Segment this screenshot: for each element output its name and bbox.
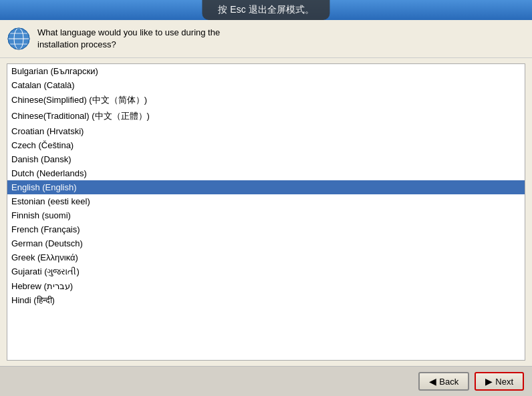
- list-item[interactable]: Chinese(Traditional) (中文（正體）): [7, 108, 525, 124]
- language-icon: [7, 27, 31, 51]
- list-item[interactable]: Catalan (Català): [7, 78, 525, 92]
- button-bar: ◀ Back ▶ Next: [0, 366, 532, 396]
- list-item[interactable]: Croatian (Hrvatski): [7, 124, 525, 138]
- header-question: What language would you like to use duri…: [37, 27, 220, 51]
- list-item[interactable]: Gujarati (ગુજરાતી): [7, 264, 525, 279]
- fullscreen-text: 按 Esc 退出全屏模式。: [218, 4, 313, 15]
- list-item[interactable]: Hindi (हिन्दी): [7, 293, 525, 308]
- list-item[interactable]: Greek (Ελληνικά): [7, 250, 525, 264]
- list-item[interactable]: Bulgarian (Български): [7, 64, 525, 78]
- list-item[interactable]: French (Français): [7, 222, 525, 236]
- list-item[interactable]: Hebrew (עברית): [7, 279, 525, 293]
- next-button[interactable]: ▶ Next: [475, 372, 524, 391]
- fullscreen-notification: 按 Esc 退出全屏模式。: [202, 0, 329, 20]
- list-item[interactable]: Chinese(Simplified) (中文（简体）): [7, 92, 525, 108]
- list-item[interactable]: Dutch (Nederlands): [7, 166, 525, 180]
- installer-window: What language would you like to use duri…: [0, 20, 532, 396]
- next-icon: ▶: [485, 376, 493, 387]
- back-button[interactable]: ◀ Back: [418, 372, 469, 391]
- back-icon: ◀: [429, 376, 436, 387]
- list-item[interactable]: Czech (Čeština): [7, 138, 525, 152]
- list-item[interactable]: English (English): [7, 180, 525, 194]
- list-item[interactable]: Estonian (eesti keel): [7, 194, 525, 208]
- list-item[interactable]: German (Deutsch): [7, 236, 525, 250]
- list-item[interactable]: Finnish (suomi): [7, 208, 525, 222]
- installer-header: What language would you like to use duri…: [0, 20, 532, 58]
- next-label: Next: [495, 377, 513, 387]
- language-list-container[interactable]: Bulgarian (Български)Catalan (Català)Chi…: [7, 63, 525, 361]
- list-item[interactable]: Danish (Dansk): [7, 152, 525, 166]
- language-list[interactable]: Bulgarian (Български)Catalan (Català)Chi…: [7, 64, 525, 360]
- back-label: Back: [439, 377, 458, 387]
